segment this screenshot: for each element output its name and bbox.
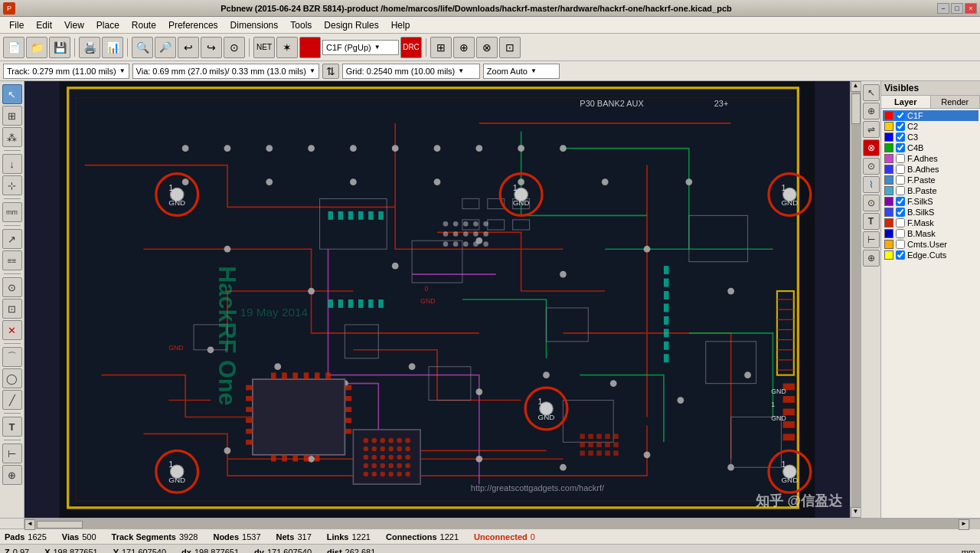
layer-item-c1f[interactable]: C1F [883, 110, 978, 121]
menu-edit[interactable]: Edit [30, 18, 58, 32]
scroll-right-button[interactable]: ► [959, 519, 969, 530]
grid-dropdown[interactable]: Grid: 0.2540 mm (10.00 mils) ▼ [342, 64, 480, 79]
tab-layer[interactable]: Layer [881, 96, 931, 108]
add-via-tool[interactable]: ⊙ [2, 277, 22, 297]
layer-checkbox-C3[interactable] [896, 133, 905, 142]
draw-circle-tool[interactable]: ◯ [2, 368, 22, 388]
add-zone-tool[interactable]: ⊡ [2, 299, 22, 319]
draw-arc-tool[interactable]: ⌒ [2, 347, 22, 367]
menu-preferences[interactable]: Preferences [162, 18, 224, 32]
layer-checkbox-C2[interactable] [896, 122, 905, 131]
select-tool[interactable]: ↖ [2, 84, 22, 104]
orient-tool[interactable]: ⊕ [863, 103, 880, 119]
layer-checkbox-F.Paste[interactable] [896, 175, 905, 185]
layer-checkbox-F.Mask[interactable] [896, 218, 905, 227]
zoom-fit-button[interactable]: ⊙ [224, 37, 245, 58]
netinspect-tool[interactable]: ⊙ [863, 195, 880, 211]
origin-button[interactable]: ⊗ [476, 37, 498, 58]
add-footprint-tool[interactable]: ↓ [2, 154, 22, 174]
pcb-canvas[interactable]: 1 GND 1 GND 1 GND 1 GND 1 GND 1 GND GN [24, 81, 850, 518]
ruler-tool[interactable]: ⊢ [863, 231, 880, 248]
route-diff-pair-tool[interactable]: ≡≡ [2, 250, 22, 270]
menu-route[interactable]: Route [126, 18, 162, 32]
layer-item-f-paste[interactable]: F.Paste [883, 175, 978, 185]
new-button[interactable]: 📄 [3, 37, 24, 58]
horizontal-scrollbar[interactable]: ◄ ► [24, 519, 969, 529]
scroll-thumb-horizontal[interactable] [37, 521, 83, 528]
tab-render[interactable]: Render [931, 96, 981, 108]
layer-item-cmts-user[interactable]: Cmts.User [883, 239, 978, 250]
layer-checkbox-B.Paste[interactable] [896, 186, 905, 195]
layer-checkbox-B.SilkS[interactable] [896, 208, 905, 217]
layer-item-b-silks[interactable]: B.SilkS [883, 207, 978, 218]
zoom-out-button[interactable]: 🔎 [155, 37, 176, 58]
menu-view[interactable]: View [58, 18, 90, 32]
scroll-up-button[interactable]: ▲ [851, 81, 861, 92]
add-via-right[interactable]: ⊕ [863, 250, 880, 267]
layer-item-b-paste[interactable]: B.Paste [883, 185, 978, 196]
print-button[interactable]: 🖨️ [79, 37, 100, 58]
layer-item-b-mask[interactable]: B.Mask [883, 228, 978, 239]
layer-item-c4b[interactable]: C4B [883, 142, 978, 153]
layer-checkbox-C4B[interactable] [896, 143, 905, 152]
text-tool-right[interactable]: T [863, 213, 880, 230]
layer-item-f-adhes[interactable]: F.Adhes [883, 153, 978, 164]
add-text-tool[interactable]: T [2, 417, 22, 437]
zoom-undo-button[interactable]: ↩ [178, 37, 199, 58]
scroll-track-vertical[interactable] [851, 92, 861, 507]
menu-design-rules[interactable]: Design Rules [318, 18, 384, 32]
origin-tool[interactable]: ⊕ [2, 465, 22, 485]
layer-checkbox-Edge.Cuts[interactable] [896, 250, 905, 260]
layer-checkbox-F.SilkS[interactable] [896, 197, 905, 206]
scroll-down-button[interactable]: ▼ [851, 507, 861, 518]
menu-help[interactable]: Help [385, 18, 416, 32]
menu-tools[interactable]: Tools [284, 18, 318, 32]
route-track-tool[interactable]: ↗ [2, 229, 22, 249]
minimize-button[interactable]: − [937, 3, 949, 14]
scroll-thumb-vertical[interactable] [851, 93, 861, 124]
polar-grid-button[interactable]: ⊕ [453, 37, 475, 58]
layer-checkbox-B.Mask[interactable] [896, 229, 905, 238]
layer-color-button[interactable] [299, 37, 321, 58]
layer-item-edge-cuts[interactable]: Edge.Cuts [883, 250, 978, 260]
layer-item-f-silks[interactable]: F.SilkS [883, 196, 978, 207]
mm-tool[interactable]: mm [2, 202, 22, 222]
zoom-dropdown[interactable]: Zoom Auto ▼ [483, 64, 560, 79]
zoom-in-button[interactable]: 🔍 [132, 37, 153, 58]
via-dropdown[interactable]: Via: 0.69 mm (27.0 mils)/ 0.33 mm (13.0 … [132, 64, 319, 79]
menu-place[interactable]: Place [90, 18, 126, 32]
plot-button[interactable]: 📊 [102, 37, 123, 58]
grid-button[interactable]: ⊞ [430, 37, 452, 58]
local-ratsnest-tool[interactable]: ⁂ [2, 127, 22, 147]
modules-button[interactable]: ⊡ [499, 37, 521, 58]
menu-dimensions[interactable]: Dimensions [224, 18, 285, 32]
layer-checkbox-F.Adhes[interactable] [896, 154, 905, 163]
zoom-fit-right[interactable]: ⊙ [863, 158, 880, 175]
draw-line-tool[interactable]: ╱ [2, 390, 22, 410]
scroll-track-horizontal[interactable] [35, 519, 959, 529]
open-button[interactable]: 📁 [26, 37, 47, 58]
layer-item-c3[interactable]: C3 [883, 132, 978, 142]
maximize-button[interactable]: □ [951, 3, 963, 14]
cursor-tool-right[interactable]: ↖ [863, 84, 880, 101]
move-tool[interactable]: ⊹ [2, 175, 22, 195]
layer-item-c2[interactable]: C2 [883, 121, 978, 132]
track-dropdown[interactable]: Track: 0.279 mm (11.00 mils) ▼ [3, 64, 129, 79]
layer-dropdown[interactable]: C1F (PgUp) ▼ [322, 40, 399, 55]
save-button[interactable]: 💾 [49, 37, 70, 58]
drc-button[interactable]: DRC [400, 37, 422, 58]
mirror-tool[interactable]: ⇌ [863, 121, 880, 138]
zoom-redo-button[interactable]: ↪ [201, 37, 222, 58]
vertical-scrollbar[interactable]: ▲ ▼ [850, 81, 861, 518]
layer-item-b-adhes[interactable]: B.Adhes [883, 164, 978, 175]
close-button[interactable]: × [965, 3, 977, 14]
via-size-button[interactable]: ⇅ [322, 64, 339, 79]
measure-tool[interactable]: ⊢ [2, 443, 22, 463]
menu-file[interactable]: File [3, 18, 30, 32]
netlist-button[interactable]: NET [253, 37, 275, 58]
highlight-net-tool[interactable]: ⊞ [2, 106, 22, 126]
no-connect-tool[interactable]: ✕ [2, 320, 22, 340]
layer-checkbox-C1F[interactable] [896, 111, 905, 120]
scroll-left-button[interactable]: ◄ [24, 519, 35, 530]
track-width-tool[interactable]: ⌇ [863, 176, 880, 193]
